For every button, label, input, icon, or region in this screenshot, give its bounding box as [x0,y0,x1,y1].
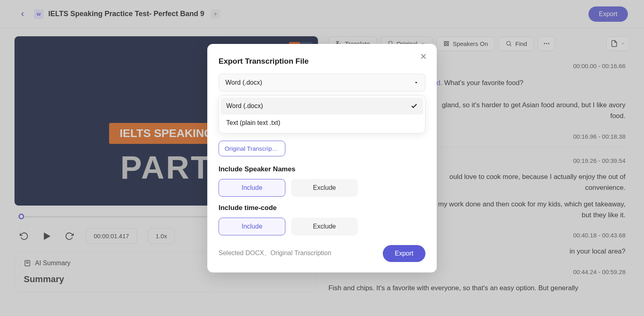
selection-summary: Selected DOCX、Original Transcription [219,249,331,258]
transcription-chip[interactable]: Original Transcripti… [219,141,285,156]
close-icon [419,52,428,61]
speaker-include-button[interactable]: Include [219,179,285,197]
timecode-exclude-button[interactable]: Exclude [291,218,358,235]
speaker-exclude-button[interactable]: Exclude [291,179,358,197]
dropdown-option-docx[interactable]: Word (.docx) [221,98,423,114]
caret-down-icon [414,80,419,85]
timecode-options: Include Exclude [219,218,425,235]
check-icon [411,102,418,110]
section-speaker-names: Include Speaker Names [219,165,425,173]
section-time-code: Include time-code [219,204,425,212]
export-modal: Export Transcription File Word (.docx) W… [207,44,437,272]
speaker-options: Include Exclude [219,179,425,197]
timecode-include-button[interactable]: Include [219,218,285,235]
modal-title: Export Transcription File [219,57,425,66]
format-dropdown: Word (.docx) Text (plain text .txt) [219,96,425,133]
modal-footer: Selected DOCX、Original Transcription Exp… [219,245,425,262]
modal-export-button[interactable]: Export [383,245,425,262]
select-value: Word (.docx) [225,79,262,86]
svg-marker-16 [415,82,417,83]
close-button[interactable] [419,52,428,62]
modal-overlay[interactable]: Export Transcription File Word (.docx) W… [0,0,644,316]
dropdown-option-txt[interactable]: Text (plain text .txt) [221,114,423,131]
format-select[interactable]: Word (.docx) [219,74,425,91]
